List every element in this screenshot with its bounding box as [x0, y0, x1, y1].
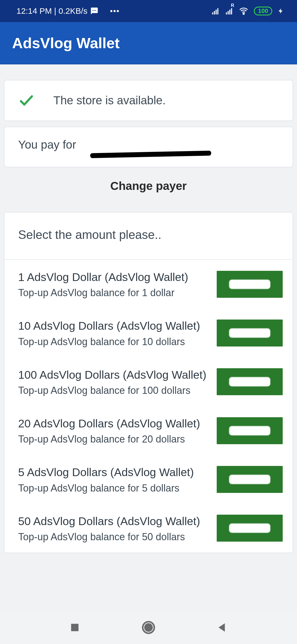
- svg-rect-12: [71, 624, 78, 631]
- buy-button[interactable]: [217, 271, 283, 298]
- amount-item-subtitle: Top-up AdsVlog balance for 5 dollars: [18, 482, 209, 494]
- store-status-text: The store is available.: [53, 94, 166, 107]
- amount-item-title: 50 AdsVlog Dollars (AdsVlog Wallet): [18, 514, 209, 529]
- amount-item-title: 5 AdsVlog Dollars (AdsVlog Wallet): [18, 465, 209, 480]
- battery-indicator: 100: [254, 7, 272, 15]
- message-icon: [90, 7, 98, 15]
- svg-rect-3: [212, 12, 213, 15]
- amount-item[interactable]: 5 AdsVlog Dollars (AdsVlog Wallet) Top-u…: [4, 455, 293, 504]
- status-right: R 100: [211, 6, 284, 16]
- buy-button[interactable]: [217, 368, 283, 395]
- signal-icon: [211, 7, 220, 15]
- amount-item[interactable]: 1 AdsVlog Dollar (AdsVlog Wallet) Top-up…: [4, 260, 293, 309]
- content-area: The store is available. You pay for Chan…: [0, 64, 297, 553]
- amount-list-card: Select the amount please.. 1 AdsVlog Dol…: [4, 212, 293, 553]
- buy-button[interactable]: [217, 515, 283, 542]
- amount-item-subtitle: Top-up AdsVlog balance for 100 dollars: [18, 385, 209, 396]
- status-time: 12:14 PM | 0.2KB/s: [16, 6, 87, 16]
- buy-button[interactable]: [217, 417, 283, 444]
- amount-item[interactable]: 10 AdsVlog Dollars (AdsVlog Wallet) Top-…: [4, 309, 293, 357]
- amount-item-subtitle: Top-up AdsVlog balance for 20 dollars: [18, 433, 209, 445]
- app-bar: AdsVlog Wallet: [0, 22, 297, 64]
- svg-rect-7: [226, 12, 227, 15]
- svg-point-0: [92, 10, 93, 11]
- amount-item-title: 10 AdsVlog Dollars (AdsVlog Wallet): [18, 318, 209, 334]
- amount-item[interactable]: 100 AdsVlog Dollars (AdsVlog Wallet) Top…: [4, 358, 293, 406]
- amount-item-title: 20 AdsVlog Dollars (AdsVlog Wallet): [18, 416, 209, 431]
- home-button[interactable]: [141, 620, 156, 635]
- svg-rect-6: [218, 8, 219, 15]
- amount-list-header: Select the amount please..: [4, 212, 293, 260]
- buy-button[interactable]: [217, 466, 283, 493]
- amount-item-title: 100 AdsVlog Dollars (AdsVlog Wallet): [18, 367, 209, 383]
- svg-point-14: [145, 624, 152, 631]
- app-title: AdsVlog Wallet: [12, 34, 120, 51]
- payer-card: You pay for: [4, 127, 293, 167]
- status-left: 12:14 PM | 0.2KB/s •••: [16, 6, 120, 16]
- status-bar: 12:14 PM | 0.2KB/s ••• R 100: [0, 0, 297, 22]
- recents-button[interactable]: [68, 621, 81, 634]
- amount-item-title: 1 AdsVlog Dollar (AdsVlog Wallet): [18, 270, 209, 285]
- system-nav-bar: [0, 611, 297, 644]
- change-payer-button[interactable]: Change payer: [4, 167, 293, 212]
- svg-rect-4: [214, 11, 215, 15]
- back-button[interactable]: [216, 621, 229, 634]
- payer-label: You pay for: [18, 138, 76, 151]
- check-icon: [18, 92, 35, 109]
- charging-icon: [278, 7, 284, 15]
- amount-item[interactable]: 50 AdsVlog Dollars (AdsVlog Wallet) Top-…: [4, 504, 293, 553]
- svg-rect-5: [216, 10, 217, 15]
- amount-item[interactable]: 20 AdsVlog Dollars (AdsVlog Wallet) Top-…: [4, 406, 293, 455]
- signal-roaming-icon: R: [225, 7, 233, 15]
- svg-rect-9: [229, 10, 230, 15]
- amount-item-subtitle: Top-up AdsVlog balance for 10 dollars: [18, 336, 209, 348]
- svg-point-1: [94, 10, 95, 11]
- svg-point-2: [95, 10, 96, 11]
- store-status-card: The store is available.: [4, 80, 293, 121]
- svg-point-11: [243, 13, 244, 15]
- svg-rect-8: [228, 11, 229, 15]
- redacted-payer-name: [90, 151, 211, 158]
- buy-button[interactable]: [217, 320, 283, 346]
- amount-item-subtitle: Top-up AdsVlog balance for 1 dollar: [18, 287, 209, 299]
- svg-rect-10: [231, 8, 232, 15]
- overflow-dots-icon: •••: [110, 7, 120, 15]
- amount-item-subtitle: Top-up AdsVlog balance for 50 dollars: [18, 531, 209, 543]
- wifi-icon: [239, 6, 248, 16]
